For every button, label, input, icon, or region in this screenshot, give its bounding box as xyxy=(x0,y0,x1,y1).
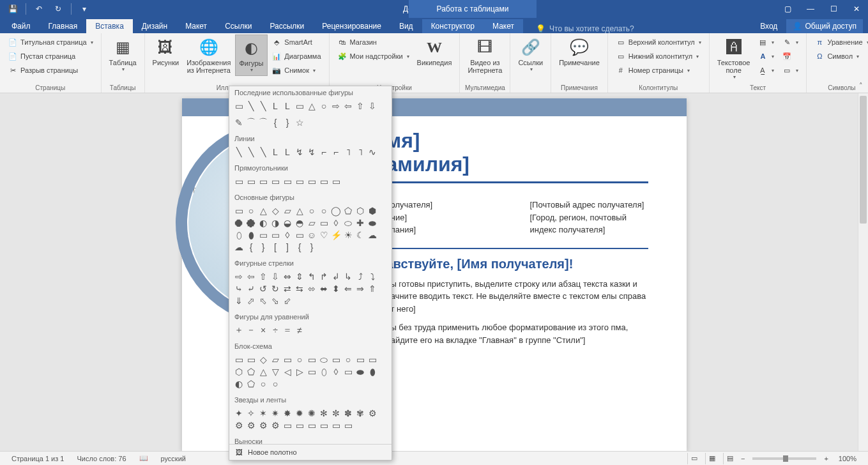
shape-option[interactable]: ◓ xyxy=(294,217,305,229)
shape-option[interactable]: ↻ xyxy=(270,283,281,294)
object-button[interactable]: ▭▾ xyxy=(779,64,801,77)
shape-option[interactable]: ˥ xyxy=(354,146,366,158)
shape-option[interactable]: ✼ xyxy=(330,408,342,419)
shape-option[interactable]: ▭ xyxy=(306,176,317,187)
shape-option[interactable]: ☺ xyxy=(306,229,317,241)
shape-option[interactable]: ⚡ xyxy=(330,229,342,241)
shape-option[interactable]: ✎ xyxy=(233,117,245,128)
shape-option[interactable]: L xyxy=(270,100,281,112)
shape-option[interactable]: ↰ xyxy=(306,271,317,282)
redo-button[interactable]: ↻ xyxy=(49,1,67,17)
shape-option[interactable]: ⚙ xyxy=(233,420,245,431)
tab-layout[interactable]: Макет xyxy=(176,19,216,33)
shape-option[interactable]: ÷ xyxy=(270,324,281,336)
tab-mailings[interactable]: Рассылки xyxy=(261,19,313,33)
shape-option[interactable]: ◒ xyxy=(282,217,293,229)
shape-option[interactable]: ⬠ xyxy=(245,366,257,377)
new-canvas-button[interactable]: 🖼 Новое полотно xyxy=(229,444,392,460)
shapes-scroll[interactable]: Последние использованные фигуры ▭╲╲LL▭△○… xyxy=(229,86,392,444)
shape-option[interactable]: ╲ xyxy=(245,100,257,112)
shape-option[interactable]: ⯃ xyxy=(233,217,245,229)
zoom-out-button[interactable]: − xyxy=(741,455,745,462)
online-pictures-button[interactable]: 🌐Изображения из Интернета xyxy=(183,34,235,77)
shape-option[interactable]: ◊ xyxy=(330,366,342,377)
shape-option[interactable]: [ xyxy=(270,241,281,253)
shape-option[interactable]: ⬂ xyxy=(270,295,281,307)
shape-option[interactable]: ⤷ xyxy=(233,283,245,294)
quickparts-button[interactable]: ▤▾ xyxy=(755,36,777,49)
shape-option[interactable]: { xyxy=(245,241,257,253)
shape-option[interactable]: ▭ xyxy=(306,420,317,431)
shape-option[interactable]: ↲ xyxy=(330,271,342,282)
shape-option[interactable]: ◁ xyxy=(282,366,293,377)
shape-option[interactable]: ⤵ xyxy=(367,271,378,282)
shape-option[interactable]: { xyxy=(270,117,281,128)
shape-option[interactable]: ▭ xyxy=(294,176,305,187)
shape-option[interactable]: L xyxy=(282,146,293,158)
greeting-text[interactable]: авствуйте, [Имя получателя]! xyxy=(386,257,648,271)
save-button[interactable]: 💾 xyxy=(4,1,22,17)
qat-customize[interactable]: ▾ xyxy=(75,1,93,17)
shape-option[interactable]: ⯄ xyxy=(245,217,257,229)
my-addins-button[interactable]: 🧩Мои надстройки▾ xyxy=(335,50,412,63)
doc-heading-surname[interactable]: амилия] xyxy=(386,153,648,176)
shape-option[interactable]: ▭ xyxy=(245,176,257,187)
wikipedia-button[interactable]: WВикипедия xyxy=(413,34,456,69)
shape-option[interactable]: ↱ xyxy=(318,271,330,282)
shape-option[interactable]: ⬃ xyxy=(282,295,293,307)
tellme-search[interactable]: 💡 Что вы хотите сделать? xyxy=(523,24,751,33)
store-button[interactable]: 🛍Магазин xyxy=(335,36,412,49)
comment-button[interactable]: 💬Примечание xyxy=(555,34,604,69)
symbol-button[interactable]: ΩСимвол▾ xyxy=(812,50,868,63)
shape-option[interactable]: ▱ xyxy=(282,205,293,217)
shape-option[interactable]: ↯ xyxy=(294,146,305,158)
shape-option[interactable]: ○ xyxy=(257,378,269,390)
shape-option[interactable]: ▭ xyxy=(367,354,378,365)
tab-references[interactable]: Ссылки xyxy=(216,19,261,33)
collapse-ribbon-button[interactable]: ˄ xyxy=(859,82,863,90)
shape-option[interactable]: ⬀ xyxy=(245,295,257,307)
shape-option[interactable]: ◑ xyxy=(270,217,281,229)
view-web-button[interactable]: ▤ xyxy=(723,453,737,464)
tab-design[interactable]: Дизайн xyxy=(133,19,176,33)
shape-option[interactable]: ▭ xyxy=(342,420,354,431)
shape-option[interactable]: ⇩ xyxy=(367,100,378,112)
shape-option[interactable]: ⬁ xyxy=(257,295,269,307)
blank-page-button[interactable]: 📄Пустая страница xyxy=(5,50,96,63)
maximize-button[interactable]: ☐ xyxy=(822,1,845,17)
shape-option[interactable]: ▭ xyxy=(233,205,245,217)
shape-option[interactable]: ⌐ xyxy=(330,146,342,158)
body-paragraph-2[interactable]: вы без труда применить любое форматирова… xyxy=(386,321,648,346)
shape-option[interactable]: ⇒ xyxy=(354,283,366,294)
shape-option[interactable]: ○ xyxy=(318,205,330,217)
shape-option[interactable]: ▷ xyxy=(294,366,305,377)
signature-button[interactable]: ✎▾ xyxy=(779,36,801,49)
shape-option[interactable]: ⬡ xyxy=(354,205,366,217)
shape-option[interactable]: ✾ xyxy=(354,408,366,419)
shape-option[interactable]: ╲ xyxy=(233,146,245,158)
shape-option[interactable]: ▭ xyxy=(282,176,293,187)
shape-option[interactable]: ▭ xyxy=(294,420,305,431)
shape-option[interactable]: ⤶ xyxy=(245,283,257,294)
table-button[interactable]: ▦ Таблица▾ xyxy=(105,34,141,75)
shape-option[interactable]: ↺ xyxy=(257,283,269,294)
shape-option[interactable]: ○ xyxy=(270,378,281,390)
shape-option[interactable]: ⬡ xyxy=(233,366,245,377)
shape-option[interactable]: ⬭ xyxy=(318,354,330,365)
shape-option[interactable]: ╲ xyxy=(245,146,257,158)
shape-option[interactable]: ▭ xyxy=(330,420,342,431)
shape-option[interactable]: ⚙ xyxy=(257,420,269,431)
shape-option[interactable]: ⬄ xyxy=(306,283,317,294)
tab-review[interactable]: Рецензирование xyxy=(313,19,390,33)
shapes-button[interactable]: ◐Фигуры▾ xyxy=(235,34,268,76)
shape-option[interactable]: ╲ xyxy=(257,146,269,158)
zoom-slider[interactable] xyxy=(752,457,816,460)
shape-option[interactable]: ✚ xyxy=(354,217,366,229)
shape-option[interactable]: ＝ xyxy=(282,324,293,336)
tab-view[interactable]: Вид xyxy=(390,19,422,33)
shape-option[interactable]: △ xyxy=(257,366,269,377)
shape-option[interactable]: × xyxy=(257,324,269,336)
shape-option[interactable]: ↯ xyxy=(306,146,317,158)
tab-insert[interactable]: Вставка xyxy=(86,19,133,33)
shape-option[interactable]: ⌐ xyxy=(318,146,330,158)
